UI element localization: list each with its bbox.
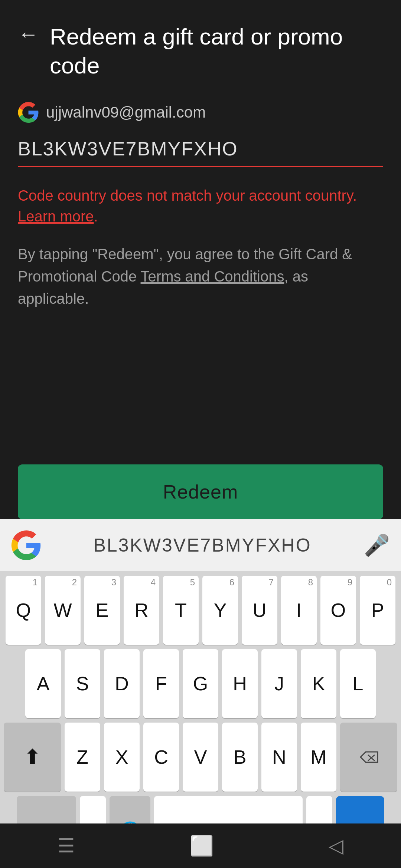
header: ← Redeem a gift card or promo code [18,22,383,80]
account-email: ujjwalnv09@gmail.com [46,103,206,121]
app-content: ← Redeem a gift card or promo code ujjwa… [0,0,401,519]
key-s[interactable]: S [65,649,100,718]
key-d[interactable]: D [104,649,140,718]
error-message: Code country does not match your account… [18,185,383,227]
key-h[interactable]: H [222,649,258,718]
learn-more-link[interactable]: Learn more [18,208,94,224]
account-row: ujjwalnv09@gmail.com [18,102,383,123]
key-r[interactable]: 4R [124,576,159,645]
key-k[interactable]: K [301,649,336,718]
key-m[interactable]: M [301,723,336,792]
key-f[interactable]: F [143,649,179,718]
key-v[interactable]: V [183,723,218,792]
google-logo-icon [18,102,39,123]
keyboard-row-3: ⬆ Z X C V B N M [4,723,397,792]
backspace-key[interactable] [340,723,397,792]
key-l[interactable]: L [340,649,376,718]
key-b[interactable]: B [222,723,258,792]
shift-key[interactable]: ⬆ [4,723,61,792]
nav-back-icon[interactable]: ◁ [329,835,343,857]
keyboard-search-row: BL3KW3VE7BMYFXHO 🎤 [0,519,401,571]
terms-link[interactable]: Terms and Conditions [141,268,284,285]
key-p[interactable]: 0P [360,576,395,645]
keyboard-google-logo-icon [11,530,41,560]
redeem-button-container: Redeem [18,464,383,519]
key-c[interactable]: C [143,723,179,792]
keyboard: BL3KW3VE7BMYFXHO 🎤 1Q 2W 3E 4R 5T 6Y 7U … [0,519,401,868]
key-y[interactable]: 6Y [202,576,238,645]
key-t[interactable]: 5T [163,576,199,645]
key-e[interactable]: 3E [84,576,120,645]
key-g[interactable]: G [183,649,218,718]
key-i[interactable]: 8I [281,576,317,645]
key-a[interactable]: A [25,649,61,718]
microphone-icon[interactable]: 🎤 [364,533,390,558]
key-n[interactable]: N [261,723,297,792]
keyboard-row-1: 1Q 2W 3E 4R 5T 6Y 7U 8I 9O 0P [4,576,397,645]
redeem-button[interactable]: Redeem [18,464,383,519]
keyboard-row-2: A S D F G H J K L [4,649,397,718]
key-j[interactable]: J [261,649,297,718]
code-input-wrapper[interactable] [18,134,383,167]
terms-text: By tapping "Redeem", you agree to the Gi… [18,243,383,310]
key-u[interactable]: 7U [242,576,277,645]
key-w[interactable]: 2W [45,576,81,645]
key-q[interactable]: 1Q [6,576,41,645]
key-x[interactable]: X [104,723,140,792]
nav-home-icon[interactable]: ⬜ [190,835,214,857]
keyboard-search-text: BL3KW3VE7BMYFXHO [48,535,356,556]
page-title: Redeem a gift card or promo code [50,22,383,80]
nav-menu-icon[interactable]: ☰ [58,835,75,857]
key-o[interactable]: 9O [320,576,356,645]
navigation-bar: ☰ ⬜ ◁ [0,823,401,868]
back-button[interactable]: ← [18,24,39,45]
key-z[interactable]: Z [65,723,100,792]
code-input[interactable] [18,134,383,167]
